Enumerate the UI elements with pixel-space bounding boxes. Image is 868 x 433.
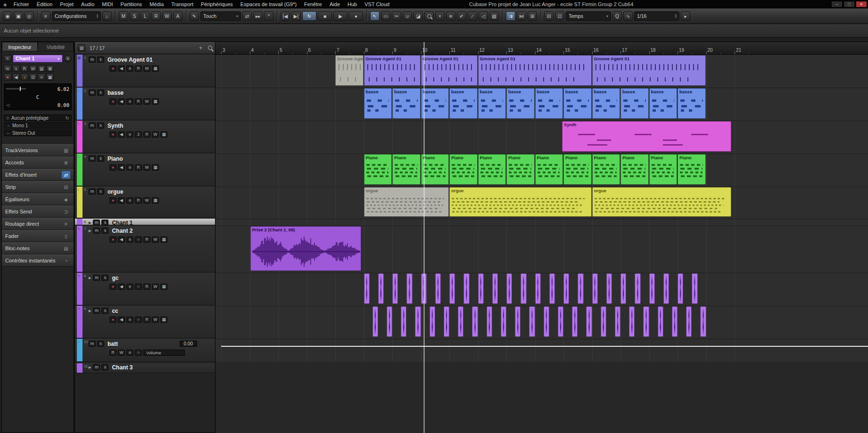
menu-dition[interactable]: Édition — [33, 0, 57, 8]
automation-mode-dropdown[interactable]: Touch▾ — [200, 11, 241, 21]
read-button[interactable]: R — [109, 350, 116, 356]
automation-icon[interactable]: ○ — [135, 350, 142, 356]
clip-gc[interactable] — [378, 273, 384, 304]
inspector-freeze-icon[interactable]: ⊠ — [46, 65, 54, 72]
keys-icon[interactable]: ▦ — [160, 237, 167, 243]
edit-channel-button[interactable]: e — [126, 164, 133, 171]
read-button[interactable]: R — [135, 65, 142, 72]
solo-button[interactable]: s — [97, 90, 104, 96]
mute-button[interactable]: m — [89, 90, 96, 96]
clip-orgue[interactable]: orgue — [592, 187, 731, 217]
section-trackversions[interactable]: TrackVersions▥ — [2, 144, 74, 156]
mute-button[interactable]: m — [93, 364, 100, 370]
close-button[interactable]: × — [856, 1, 867, 8]
clip-cc[interactable] — [458, 306, 463, 337]
record-enable-button[interactable]: ● — [109, 65, 116, 72]
clip-cc[interactable] — [544, 306, 549, 337]
menu-vst-cloud[interactable]: VST Cloud — [361, 0, 393, 8]
monitor-button[interactable]: ◀ — [118, 131, 125, 138]
minimize-button[interactable]: – — [831, 1, 843, 8]
channel-badge[interactable]: 2 — [135, 131, 142, 138]
inspector-monitor-button[interactable]: ◀ — [12, 74, 20, 81]
track-row-basse[interactable]: ♪2msbasse●◀eRW▦ — [75, 88, 215, 120]
configurations-dropdown[interactable]: Configurations▴▾ — [52, 11, 101, 21]
pan-value[interactable]: C — [36, 94, 39, 100]
menu-fen-tre[interactable]: Fenêtre — [300, 0, 326, 8]
clip-orgue[interactable]: orgue — [364, 187, 449, 217]
edit-channel-button[interactable]: e — [126, 98, 133, 105]
track-row-synth[interactable]: ♪3msSynth●◀e2RW▦ — [75, 121, 215, 153]
expand-arrow-icon[interactable]: ▶ — [89, 309, 91, 313]
clip-piano[interactable]: Piano — [364, 154, 392, 185]
monitor-button[interactable]: ◀ — [118, 317, 125, 323]
section-strip-icon[interactable]: ⊟ — [62, 183, 70, 191]
clip-gc[interactable] — [549, 273, 555, 304]
clip-cc[interactable] — [401, 306, 406, 337]
clip-gc[interactable] — [535, 273, 541, 304]
clip-cc[interactable] — [558, 306, 563, 337]
stepper-arrows-icon[interactable]: ▴▾ — [97, 14, 98, 18]
glue-tool[interactable]: ∪ — [403, 11, 412, 21]
clip-cc[interactable] — [472, 306, 478, 337]
solo-button[interactable]: s — [97, 341, 104, 347]
read-button[interactable]: R — [135, 164, 142, 171]
automation-pen-button[interactable]: ✎ — [190, 11, 199, 21]
clip-cc[interactable] — [487, 306, 492, 337]
section-trackversions-icon[interactable]: ▥ — [62, 147, 70, 154]
write-button[interactable]: W — [118, 350, 125, 356]
section-bloc-notes-icon[interactable]: ▤ — [62, 245, 70, 252]
snap-button[interactable]: ⋈ — [517, 11, 526, 21]
section-effets-send-icon[interactable]: ⊐ — [62, 208, 70, 215]
solo-button[interactable]: s — [97, 123, 104, 129]
clip-gc[interactable] — [492, 273, 498, 304]
monitor-button[interactable]: ◀ — [118, 65, 125, 72]
mute-button[interactable]: m — [89, 123, 96, 129]
automation-icon[interactable]: ○ — [135, 237, 142, 243]
clip-gc[interactable] — [620, 273, 626, 304]
monitor-button[interactable]: ◀ — [118, 237, 125, 243]
track-value[interactable]: 0.00 — [180, 341, 197, 347]
record-enable-button[interactable]: ● — [109, 317, 116, 323]
record-enable-button[interactable]: ● — [109, 98, 116, 105]
inspector-lock-icon[interactable]: ⊡ — [29, 74, 37, 81]
write-button[interactable]: W — [143, 98, 150, 105]
clip-cc[interactable] — [387, 306, 392, 337]
keys-icon[interactable]: ▦ — [152, 98, 159, 105]
grid-type-dropdown[interactable]: 1/16▴▾ — [634, 11, 679, 21]
clip-gc[interactable] — [649, 273, 655, 304]
expand-arrow-icon[interactable]: ▶ — [89, 366, 91, 369]
clip-piano[interactable]: Piano — [392, 154, 421, 185]
tab-visibilite[interactable]: Visibilité — [38, 42, 74, 51]
edit-channel-button[interactable]: e — [126, 197, 133, 204]
track-row-chant-3[interactable]: 11▶msChant 3 — [75, 363, 215, 373]
range-selection-tool[interactable]: ▭ — [381, 11, 390, 21]
stop-button[interactable]: ■ — [318, 11, 332, 21]
mute-button[interactable]: m — [93, 228, 100, 234]
menu-fichier[interactable]: Fichier — [10, 0, 33, 8]
clip-cc[interactable] — [586, 306, 592, 337]
menu-aide[interactable]: Aide — [326, 0, 344, 8]
expand-arrow-icon[interactable]: ▶ — [89, 221, 91, 225]
record-button[interactable]: ● — [349, 11, 363, 21]
menu-audio[interactable]: Audio — [77, 0, 98, 8]
preset-selector[interactable]: ◇ Aucun préréglage ↻ — [4, 114, 72, 121]
track-list-toggle-button[interactable]: ≡ — [4, 55, 11, 62]
automation-icon[interactable]: ○ — [135, 284, 142, 290]
record-enable-button[interactable]: ● — [109, 237, 116, 243]
tab-inspecteur[interactable]: Inspecteur — [2, 42, 38, 51]
edit-channel-button[interactable]: e — [126, 284, 133, 290]
clip-groove-agent-01[interactable]: Groove Agent 01 — [421, 55, 478, 86]
draw-tool[interactable]: ✐ — [457, 11, 466, 21]
expand-arrow-icon[interactable]: ▶ — [89, 229, 91, 233]
clip-gc[interactable] — [406, 273, 412, 304]
section-effets-insert[interactable]: Effets d'Insert⇄ — [2, 169, 74, 181]
keys-icon[interactable]: ▦ — [160, 317, 167, 323]
clip-gc[interactable] — [606, 273, 612, 304]
clip-piano[interactable]: Piano — [563, 154, 592, 185]
clip-basse[interactable]: basse — [592, 88, 620, 119]
cycle-button[interactable]: ↻ — [302, 11, 316, 21]
read-button[interactable]: R — [143, 284, 150, 290]
inspector-mute-button[interactable]: m — [4, 65, 11, 72]
automation-icon[interactable]: ○ — [135, 317, 142, 323]
section-egaliseurs-icon[interactable]: ◈ — [62, 196, 70, 203]
